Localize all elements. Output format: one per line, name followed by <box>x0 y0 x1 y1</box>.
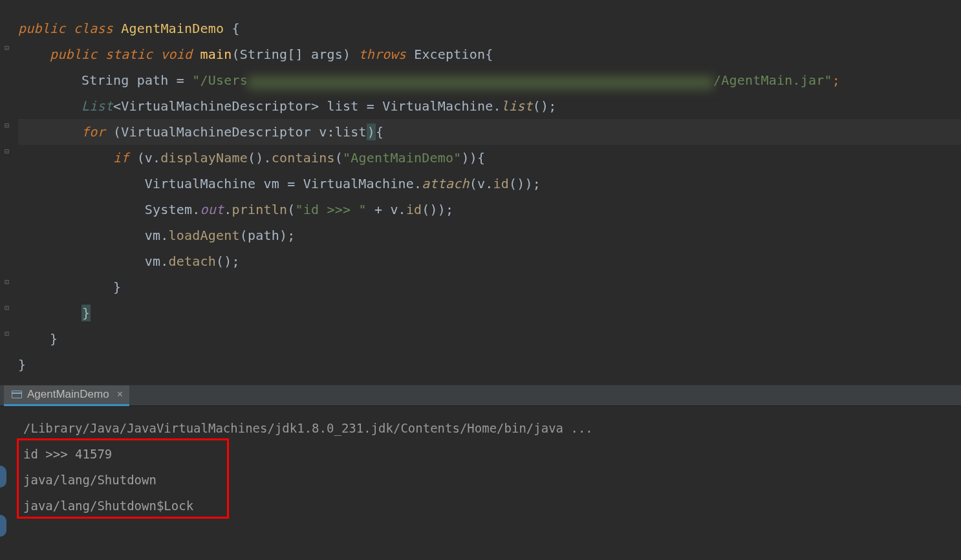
code-line[interactable]: } <box>18 274 961 300</box>
fold-icon[interactable]: ⊟ <box>5 122 12 129</box>
run-tabs-bar: AgentMainDemo × <box>0 385 961 406</box>
application-icon <box>12 391 22 398</box>
code-line[interactable]: System.out.println("id >>> " + v.id()); <box>18 197 961 222</box>
code-line[interactable]: if (v.displayName().contains("AgentMainD… <box>18 145 961 171</box>
fold-icon[interactable]: ⊡ <box>5 330 12 338</box>
code-line[interactable]: vm.detach(); <box>18 248 961 274</box>
redacted-path <box>248 76 713 89</box>
console-command-line: /Library/Java/JavaVirtualMachines/jdk1.8… <box>23 415 949 441</box>
console-output[interactable]: /Library/Java/JavaVirtualMachines/jdk1.8… <box>0 406 961 525</box>
code-line[interactable]: } <box>18 352 961 378</box>
close-icon[interactable]: × <box>117 389 123 400</box>
gutter-marker <box>0 466 6 488</box>
console-line: id >>> 41579 <box>23 441 949 467</box>
code-line[interactable]: for (VirtualMachineDescriptor v:list){ <box>18 119 961 145</box>
code-line[interactable]: VirtualMachine vm = VirtualMachine.attac… <box>18 171 961 197</box>
code-editor[interactable]: ⊟ ⊟ ⊟ ⊡ ⊡ ⊡ public class AgentMainDemo {… <box>0 0 961 385</box>
code-line[interactable]: } <box>18 300 961 326</box>
code-line[interactable]: public static void main(String[] args) t… <box>18 41 961 67</box>
fold-icon[interactable]: ⊟ <box>5 147 12 155</box>
console-line: java/lang/Shutdown$Lock <box>23 493 949 519</box>
code-line[interactable]: } <box>18 326 961 352</box>
code-line[interactable]: List<VirtualMachineDescriptor> list = Vi… <box>18 93 961 119</box>
code-line[interactable]: String path = "/Users/AgentMain.jar"; <box>18 67 961 93</box>
fold-icon[interactable]: ⊡ <box>5 278 12 286</box>
run-tab-agentmaindemo[interactable]: AgentMainDemo × <box>4 385 129 406</box>
gutter-marker <box>0 515 6 537</box>
code-line[interactable]: public class AgentMainDemo { <box>18 16 961 41</box>
fold-icon[interactable]: ⊟ <box>5 44 12 52</box>
run-tool-window: AgentMainDemo × /Library/Java/JavaVirtua… <box>0 385 961 525</box>
run-tab-label: AgentMainDemo <box>27 388 109 401</box>
console-line: java/lang/Shutdown <box>23 467 949 493</box>
editor-gutter: ⊟ ⊟ ⊟ ⊡ ⊡ ⊡ <box>0 0 17 385</box>
fold-icon[interactable]: ⊡ <box>5 304 12 312</box>
code-line[interactable]: vm.loadAgent(path); <box>18 222 961 248</box>
